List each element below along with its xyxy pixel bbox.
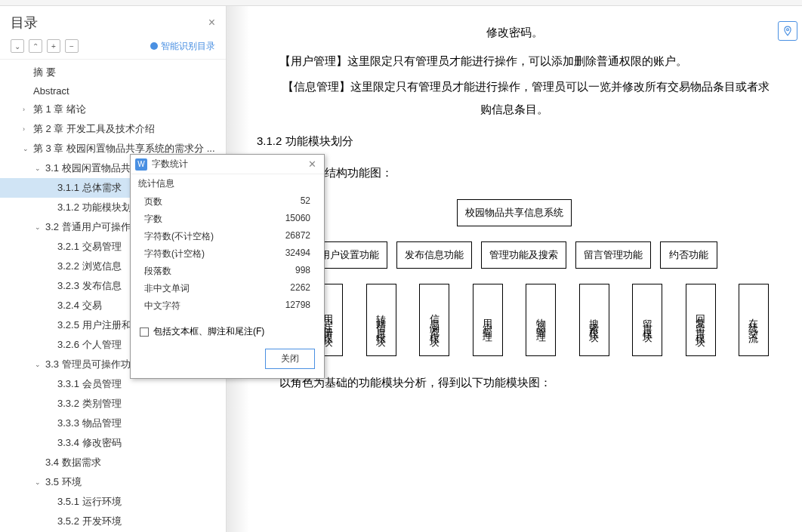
stat-row: 字符数(不计空格)26872 (131, 228, 324, 245)
org-leaf-box: 物品管理 (526, 284, 556, 356)
stat-row: 非中文单词2262 (131, 280, 324, 297)
toc-item[interactable]: 3.3.4 修改密码 (0, 433, 226, 453)
chevron-icon: ⌄ (35, 223, 42, 231)
toc-item-label: 3.1.2 功能模块划分 (57, 201, 141, 214)
doc-text: 以角色为基础的功能模块分析，得到以下功能模块图： (257, 371, 772, 394)
toc-item-label: 3.5 环境 (45, 475, 82, 489)
close-icon[interactable]: × (208, 16, 215, 29)
stat-value: 26872 (285, 230, 310, 243)
toc-item-label: 3.2.3 发布信息 (57, 279, 122, 293)
toc-item-label: 3.2 普通用户可操作功 (45, 220, 140, 234)
toc-item-label: 3.2.5 用户注册和用 (57, 318, 141, 332)
doc-text: 修改密码。 (257, 21, 772, 44)
org-mid-box: 约否功能 (660, 241, 717, 269)
chevron-icon: ⌄ (35, 478, 42, 486)
stat-value: 15060 (285, 213, 310, 226)
stat-row: 字符数(计空格)32494 (131, 245, 324, 263)
toc-item-label: 3.2.1 交易管理 (57, 240, 122, 254)
toc-item-label: 3.3 管理员可操作功能 (45, 358, 140, 371)
chevron-icon: ⌄ (23, 145, 30, 152)
stat-label: 段落数 (144, 265, 171, 278)
expand-all-button[interactable]: ⌃ (29, 39, 42, 53)
indent-inc-button[interactable]: + (47, 39, 60, 53)
chevron-icon: › (23, 125, 30, 133)
include-footnotes-checkbox[interactable]: 包括文本框、脚注和尾注(F) (131, 321, 324, 343)
chevron-icon: ⌄ (35, 361, 42, 368)
stat-value: 998 (295, 265, 310, 278)
close-icon[interactable]: ✕ (305, 158, 319, 170)
toc-item[interactable]: ›第 1 章 绪论 (0, 100, 226, 119)
org-root: 校园物品共享信息系统 (457, 199, 572, 226)
toc-item-label: 3.3.3 物品管理 (57, 417, 122, 430)
stat-row: 中文字符12798 (131, 297, 324, 315)
dot-icon (150, 42, 158, 50)
stat-label: 字符数(不计空格) (144, 230, 214, 243)
dialog-section-label: 统计信息 (131, 174, 324, 192)
toc-item[interactable]: 3.5.2 开发环境 (0, 512, 226, 531)
stat-label: 字符数(计空格) (144, 248, 205, 260)
toc-item-label: 3.5.1 运行环境 (57, 495, 122, 509)
org-leaf-box: 搜索模块 (579, 284, 609, 356)
toc-item-label: 3.3.1 会员管理 (57, 377, 122, 391)
stat-value: 52 (301, 195, 310, 208)
bookmark-pin-button[interactable] (778, 21, 797, 41)
toc-item-label: 3.1 校园闲置物品共享 (45, 161, 140, 175)
toc-item[interactable]: 3.4 数据需求 (0, 453, 226, 472)
close-button[interactable]: 关闭 (265, 349, 315, 369)
toc-item-label: 3.1.1 总体需求 (57, 181, 122, 195)
doc-text: 【用户管理】这里限定只有管理员才能进行操作，可以添加删除普通权限的账户。 (257, 50, 772, 72)
org-leaf-box: 在线交流 (739, 284, 769, 356)
stat-label: 页数 (144, 195, 162, 208)
toc-item-label: 3.3.2 类别管理 (57, 397, 122, 411)
doc-text: 系统总体结构功能图： (257, 161, 772, 184)
word-count-dialog: W 字数统计 ✕ 统计信息 页数52字数15060字符数(不计空格)26872字… (130, 154, 325, 379)
indent-dec-button[interactable]: − (65, 39, 79, 53)
toc-item-label: 第 1 章 绪论 (33, 103, 86, 116)
stat-label: 非中文单词 (144, 282, 190, 295)
toc-item-label: 3.2.2 浏览信息 (57, 260, 122, 273)
app-icon: W (135, 158, 147, 171)
toc-item-label: 3.2.4 交易 (57, 299, 102, 312)
toc-item[interactable]: 摘 要 (0, 63, 226, 82)
org-mid-box: 管理功能及搜索 (481, 241, 566, 269)
checkbox-icon (140, 328, 149, 337)
toc-item-label: 3.4 数据需求 (45, 456, 101, 469)
org-leaf-box: 信息浏览模块 (419, 284, 449, 356)
org-leaf-box: 留言模块 (632, 284, 662, 356)
stat-value: 32494 (285, 248, 310, 260)
stat-value: 2262 (290, 282, 310, 295)
org-chart: 校园物品共享信息系统 用户设置功能发布信息功能管理功能及搜索留言管理功能约否功能… (257, 199, 772, 356)
doc-text: 【信息管理】这里限定只有管理员才能进行操作，管理员可以一览并修改所有交易物品条目… (257, 75, 772, 121)
org-mid-box: 留言管理功能 (575, 241, 651, 269)
toc-item-label: 3.3.4 修改密码 (57, 436, 122, 450)
stat-row: 页数52 (131, 193, 324, 211)
toc-item[interactable]: 3.3.3 物品管理 (0, 414, 226, 433)
org-leaf-box: 用户管理 (473, 284, 503, 356)
collapse-all-button[interactable]: ⌄ (11, 39, 24, 53)
main-toolbar (0, 0, 802, 6)
toc-item[interactable]: ›第 2 章 开发工具及技术介绍 (0, 119, 226, 139)
stat-label: 字数 (144, 213, 162, 226)
toc-item[interactable]: 3.3.2 类别管理 (0, 394, 226, 414)
toc-item-label: 3.5.2 开发环境 (57, 515, 122, 528)
toc-item-label: 3.2.6 个人管理 (57, 338, 122, 352)
chevron-icon: › (23, 106, 30, 113)
chevron-icon: ⌄ (35, 165, 42, 172)
stats-list: 页数52字数15060字符数(不计空格)26872字符数(计空格)32494段落… (131, 192, 324, 321)
stat-row: 字数15060 (131, 211, 324, 228)
toc-item-label: Abstract (33, 85, 69, 97)
stat-row: 段落数998 (131, 263, 324, 280)
org-leaf-box: 回复留言模块 (686, 284, 716, 356)
smart-recognize-link[interactable]: 智能识别目录 (150, 40, 215, 53)
sidebar-title: 目录 (11, 14, 38, 32)
org-mid-box: 发布信息功能 (396, 241, 472, 269)
svg-point-0 (787, 29, 789, 31)
org-leaf-box: 转赠信息模块 (366, 284, 396, 356)
stat-label: 中文字符 (144, 300, 180, 312)
toc-item[interactable]: 3.5.1 运行环境 (0, 492, 226, 512)
toc-item-label: 摘 要 (33, 66, 56, 79)
dialog-title: 字数统计 (152, 158, 305, 171)
toc-item[interactable]: ⌄3.5 环境 (0, 472, 226, 492)
dialog-titlebar[interactable]: W 字数统计 ✕ (131, 155, 324, 174)
toc-item[interactable]: Abstract (0, 82, 226, 100)
